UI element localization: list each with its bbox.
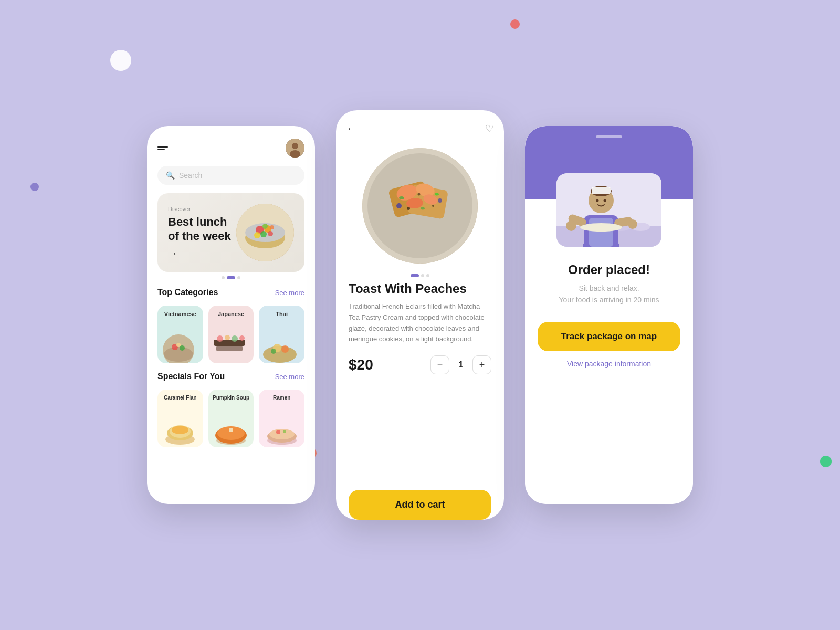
categories-row: Vietnamese Japanese (158, 306, 304, 363)
dot-3 (237, 276, 240, 279)
specials-title: Specials For You (158, 372, 225, 381)
food-plate-image (362, 148, 478, 264)
svg-point-72 (604, 200, 606, 202)
dot-2-active (227, 276, 235, 279)
deco-dot-2 (30, 183, 39, 191)
svg-point-54 (432, 205, 434, 207)
deco-dot-3 (510, 19, 520, 29)
discover-food-image (236, 204, 294, 261)
svg-point-12 (270, 225, 274, 229)
deco-dot-6 (820, 456, 832, 467)
special-caramel-flan[interactable]: Caramel Flan (158, 390, 203, 447)
category-thai[interactable]: Thai (259, 306, 304, 363)
sp-label-ramen: Ramen (273, 395, 290, 401)
see-more-specials[interactable]: See more (275, 373, 304, 381)
food-description: Traditional French Eclairs filled with M… (349, 301, 491, 345)
svg-point-11 (262, 224, 268, 229)
view-package-link[interactable]: View package information (567, 360, 651, 368)
phone-handle (596, 135, 622, 138)
d2-3 (426, 274, 429, 277)
phone1-header (158, 139, 304, 158)
food-image-container (336, 143, 504, 274)
svg-point-8 (260, 231, 267, 237)
food-price: $20 (349, 356, 373, 373)
svg-point-71 (596, 200, 599, 202)
svg-point-10 (254, 232, 260, 238)
dots-indicator-2 (336, 274, 504, 277)
svg-point-26 (281, 345, 289, 353)
add-to-cart-button[interactable]: Add to cart (349, 490, 491, 520)
category-vietnamese[interactable]: Vietnamese (158, 306, 203, 363)
svg-point-19 (217, 335, 223, 342)
quantity-value: 1 (456, 360, 466, 370)
avatar[interactable] (286, 139, 304, 158)
discover-text: Discover Best lunch of the week → (168, 206, 236, 259)
quantity-control: − 1 + (430, 355, 491, 374)
top-categories-title: Top Categories (158, 288, 218, 297)
svg-point-66 (566, 220, 576, 231)
decrease-quantity-button[interactable]: − (430, 355, 449, 374)
svg-point-40 (283, 430, 286, 433)
svg-point-9 (268, 231, 273, 236)
see-more-categories[interactable]: See more (275, 289, 304, 297)
dot-1 (222, 276, 225, 279)
svg-point-20 (225, 335, 230, 340)
order-placed-subtitle: Sit back and relax. Your food is arrivin… (559, 282, 659, 306)
svg-point-50 (435, 193, 439, 196)
top-categories-header: Top Categories See more (158, 288, 304, 297)
specials-header: Specials For You See more (158, 372, 304, 381)
d2-1 (411, 274, 419, 277)
deco-dot-1 (110, 50, 131, 71)
svg-point-39 (276, 430, 280, 434)
svg-point-38 (269, 429, 295, 439)
discover-card[interactable]: Discover Best lunch of the week → (158, 193, 304, 272)
dots-indicator (158, 276, 304, 279)
favorite-button[interactable]: ♡ (485, 123, 494, 134)
track-package-button[interactable]: Track package on map (538, 322, 680, 351)
menu-icon[interactable] (158, 146, 168, 150)
chef-illustration (556, 168, 662, 252)
d2-2 (421, 274, 424, 277)
cat-label-japanese: Japanese (218, 311, 244, 317)
phone3-body: Order placed! Sit back and relax. Your f… (525, 200, 693, 504)
svg-rect-73 (592, 187, 611, 194)
svg-point-51 (421, 207, 425, 210)
cat-label-thai: Thai (276, 311, 288, 317)
food-name: Toast With Peaches (349, 281, 491, 296)
cat-img-thai (259, 324, 304, 363)
back-button[interactable]: ← (346, 123, 356, 134)
phone-food-detail: ← ♡ (336, 110, 504, 520)
phone2-top-bar: ← ♡ (336, 110, 504, 143)
discover-label: Discover (168, 206, 236, 212)
phone2-content: Toast With Peaches Traditional French Ec… (336, 281, 504, 490)
increase-quantity-button[interactable]: + (472, 355, 491, 374)
special-ramen[interactable]: Ramen (259, 390, 304, 447)
svg-point-14 (164, 347, 193, 362)
svg-point-1 (292, 143, 298, 149)
chef-background (556, 173, 662, 247)
search-icon: 🔍 (166, 171, 175, 180)
special-pumpkin-soup[interactable]: Pumpkin Soup (208, 390, 254, 447)
order-placed-title: Order placed! (568, 262, 650, 277)
discover-title: Best lunch of the week (168, 215, 236, 243)
svg-point-17 (176, 343, 181, 347)
phone-discovery: 🔍 Search Discover Best lunch of the week… (147, 126, 315, 504)
sp-label-caramel: Caramel Flan (164, 395, 197, 401)
svg-point-68 (580, 223, 622, 232)
svg-point-55 (396, 203, 402, 208)
cat-img-vietnamese (158, 324, 203, 363)
svg-point-27 (271, 349, 276, 354)
specials-row: Caramel Flan Pumpkin Soup (158, 390, 304, 447)
svg-point-67 (628, 219, 637, 229)
sp-label-pumpkin: Pumpkin Soup (213, 395, 249, 401)
svg-rect-23 (216, 346, 243, 351)
search-bar[interactable]: 🔍 Search (158, 166, 304, 185)
svg-point-21 (232, 335, 238, 342)
cat-img-japanese (208, 324, 254, 363)
svg-point-52 (407, 207, 410, 210)
search-placeholder: Search (179, 171, 202, 180)
svg-point-16 (180, 345, 185, 351)
category-japanese[interactable]: Japanese (208, 306, 254, 363)
svg-point-31 (172, 426, 188, 434)
svg-point-22 (239, 335, 245, 341)
